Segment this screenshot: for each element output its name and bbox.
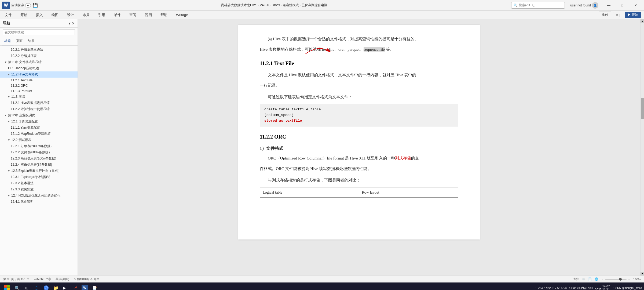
table-cell-logical: Logical table bbox=[260, 187, 359, 197]
view-icon-print[interactable]: 📄 bbox=[588, 277, 592, 281]
sidebar-expand-btn[interactable]: ▾ bbox=[69, 21, 71, 26]
tree-item-12-4[interactable]: ▼12.4 HQL语法优化之分组聚合优化 bbox=[0, 193, 78, 199]
ribbon-tab-home[interactable]: 开始 bbox=[19, 12, 29, 19]
ribbon-tab-writage[interactable]: Writage bbox=[174, 12, 190, 18]
annotation-area: Hive 表数据的存储格式，可以选择 text file、orc、parquet… bbox=[260, 46, 458, 53]
tree-item-12-3-2[interactable]: 12.3.2 基本语法 bbox=[0, 180, 78, 186]
start-menu-button[interactable] bbox=[2, 283, 12, 290]
view-icon-web[interactable]: 🌐 bbox=[595, 277, 598, 281]
view-icon-read[interactable]: 📖 bbox=[582, 277, 586, 281]
ribbon-tab-review[interactable]: 审阅 bbox=[128, 12, 138, 19]
autosave-toggle[interactable]: ● bbox=[25, 3, 31, 8]
doc-area[interactable]: 为 Hive 表中的数据选择一个合适的文件格式，对提高查询性能的提高是十分有益的… bbox=[78, 19, 640, 276]
tree-item-12-1-2[interactable]: 12.1.2 MapReduce资源配置 bbox=[0, 131, 78, 137]
taskbar-pdf-button[interactable]: 📑 bbox=[90, 284, 99, 290]
tree-item-11-1[interactable]: 11.1 Hadoop压缩概述 bbox=[0, 65, 78, 71]
taskbar-chrome-button[interactable] bbox=[42, 284, 50, 290]
tree-item-11-3[interactable]: ▼11.3 压缩 bbox=[0, 94, 78, 100]
tree-item-11-2-1b[interactable]: 11.2.1 Hive表数据进行压缩 bbox=[0, 100, 78, 106]
restore-button[interactable]: □ bbox=[616, 1, 628, 10]
para5-red: 列式存储 bbox=[395, 156, 411, 160]
table-header-row: Logical table Row layout bbox=[260, 187, 458, 198]
sidebar-close-btn[interactable]: ✕ bbox=[72, 21, 75, 26]
save-button[interactable]: 💾 bbox=[32, 3, 38, 8]
scrollbar-track[interactable] bbox=[641, 23, 644, 272]
tree-item-12-4-1[interactable]: 12.4.1 优化说明 bbox=[0, 199, 78, 205]
scroll-down-btn[interactable]: ▼ bbox=[641, 272, 644, 276]
zoom-control[interactable]: － ＋ bbox=[601, 277, 631, 281]
tree-item-12-1[interactable]: ▼12.1 计算资源配置 bbox=[0, 118, 78, 125]
svg-rect-1 bbox=[7, 285, 10, 288]
zoom-track[interactable] bbox=[605, 279, 627, 280]
tree-item-12-3[interactable]: ▼12.3 Explain查看执行计划（重点） bbox=[0, 168, 78, 174]
tree-item-11-2-1[interactable]: 11.2.1 Text File bbox=[0, 78, 78, 83]
scroll-up-btn[interactable]: ▲ bbox=[641, 19, 644, 23]
tree-item-12-3-1[interactable]: 12.3.1 Explain执行计划概述 bbox=[0, 174, 78, 180]
doc-scrollbar[interactable]: ▲ ▼ bbox=[640, 19, 644, 276]
tree-item-ch11[interactable]: ▼第11章 文件格式和压缩 bbox=[0, 59, 78, 65]
ribbon-tab-mailings[interactable]: 邮件 bbox=[112, 12, 122, 19]
tree-item-12-2-1[interactable]: 12.2.1 订单表(2000w条数据) bbox=[0, 143, 78, 149]
table-cell-row-layout: Row layout bbox=[359, 187, 458, 197]
ribbon-tab-design[interactable]: 设计 bbox=[65, 12, 76, 19]
para5-line2: 件格式。ORC 文件能够提高 Hive 读写数据和处理数据的性能。 bbox=[260, 165, 458, 172]
tree-item-12-2-3[interactable]: 12.2.3 商品信息表(100w条数据) bbox=[0, 155, 78, 162]
windows-logo-icon bbox=[4, 285, 10, 290]
tree-item-11-2-2b[interactable]: 11.2.2 计算过程中使用压缩 bbox=[0, 106, 78, 112]
taskbar-word-button[interactable]: W bbox=[80, 284, 89, 290]
tree-item-12-2[interactable]: ▼12.2 测试用表 bbox=[0, 137, 78, 143]
search-box[interactable]: 🔍 搜索(Alt+Q) bbox=[511, 2, 565, 9]
ribbon-tab-file[interactable]: 文件 bbox=[3, 12, 13, 19]
close-button[interactable]: ✕ bbox=[630, 1, 642, 10]
comparison-table: Logical table Row layout bbox=[260, 187, 458, 198]
ribbon-tab-references[interactable]: 引用 bbox=[97, 12, 107, 19]
word-count: 2/37869 个字 bbox=[34, 277, 51, 281]
red-arrow-annotation bbox=[303, 43, 335, 57]
taskbar-search-button[interactable]: 🔍 bbox=[13, 284, 21, 290]
svg-rect-0 bbox=[4, 285, 7, 288]
taskbar-git-button[interactable]: ⎇ bbox=[71, 284, 79, 290]
ribbon-tab-draw[interactable]: 绘图 bbox=[50, 12, 60, 19]
ribbon-tab-layout[interactable]: 布局 bbox=[81, 12, 91, 19]
ribbon-tab-view[interactable]: 视图 bbox=[143, 12, 153, 19]
sidebar-title: 导航 bbox=[3, 21, 10, 26]
sidebar-tab-pages[interactable]: 页面 bbox=[13, 37, 25, 45]
taskbar-terminal-button[interactable]: ▶_ bbox=[61, 284, 70, 290]
csdn-label: CSDN @mengml_smile bbox=[613, 287, 642, 289]
zoom-minus[interactable]: － bbox=[601, 277, 604, 281]
tree-item-10-2-2[interactable]: 10.2.2 分编排序表 bbox=[0, 53, 78, 59]
scrollbar-thumb[interactable] bbox=[641, 98, 644, 119]
tree-item-10-2-1[interactable]: 10.2.1 分编集基本语法 bbox=[0, 47, 78, 53]
compare-button[interactable]: 比较 bbox=[599, 12, 611, 18]
title-bar: W 自动保存 ● 💾 尚硅谷大数据技术之Hive（V4.8.0）.docx - … bbox=[0, 0, 644, 11]
para6: 与列式存储相对的是行式存储，下图是两者的对比： bbox=[260, 177, 458, 184]
sidebar-search-input[interactable] bbox=[3, 29, 75, 35]
system-tray: 1: 253.7 KB/s 1: 7.65 KB/s CPU: 0% 内存: 4… bbox=[535, 286, 593, 290]
zoom-plus[interactable]: ＋ bbox=[628, 277, 631, 281]
taskbar-edge-button[interactable]: ⬡ bbox=[32, 284, 41, 290]
taskbar-explorer-button[interactable]: 📁 bbox=[52, 284, 60, 290]
tree-item-11-2[interactable]: ▼11.2 Hive文件格式 bbox=[0, 71, 78, 78]
user-avatar: 👤 bbox=[592, 2, 598, 9]
sidebar-tab-results[interactable]: 结果 bbox=[25, 37, 37, 45]
minimize-button[interactable]: — bbox=[603, 1, 615, 10]
taskbar-taskview-button[interactable]: ⊞ bbox=[23, 284, 31, 290]
review-btn[interactable]: ✏ | bbox=[613, 12, 623, 18]
tree-item-12-2-2[interactable]: 12.2.2 支付表(600w条数据) bbox=[0, 149, 78, 155]
tree-item-11-2-2[interactable]: 11.2.2 ORC bbox=[0, 83, 78, 88]
taskbar-time: 14:07 2022/11/11 bbox=[595, 285, 610, 290]
search-placeholder: 搜索(Alt+Q) bbox=[519, 3, 535, 8]
tree-item-12-3-3[interactable]: 12.3.3 案例实施 bbox=[0, 186, 78, 193]
sidebar-tab-headings[interactable]: 标题 bbox=[2, 37, 13, 45]
tree-item-11-1-3[interactable]: 11.1.3 Parquet bbox=[0, 88, 78, 94]
start-button[interactable]: ▶ 开始 bbox=[625, 12, 641, 18]
tree-item-12-1-1[interactable]: 12.1.1 Yarn资源配置 bbox=[0, 125, 78, 131]
tree-item-ch12[interactable]: ▼第12章 企业级调优 bbox=[0, 112, 78, 118]
ribbon: 文件 开始 插入 绘图 设计 布局 引用 邮件 审阅 视图 帮助 Writage… bbox=[0, 11, 644, 19]
heading-text-file: 11.2.1 Text File bbox=[260, 59, 458, 68]
ribbon-tab-help[interactable]: 帮助 bbox=[159, 12, 169, 19]
ribbon-tab-insert[interactable]: 插入 bbox=[34, 12, 45, 19]
tree-item-12-2-4[interactable]: 12.2.4 省份信息表(34条数据) bbox=[0, 162, 78, 168]
autosave-label: 自动保存 bbox=[11, 3, 24, 8]
sidebar-header: 导航 ▾ ✕ bbox=[0, 19, 78, 28]
